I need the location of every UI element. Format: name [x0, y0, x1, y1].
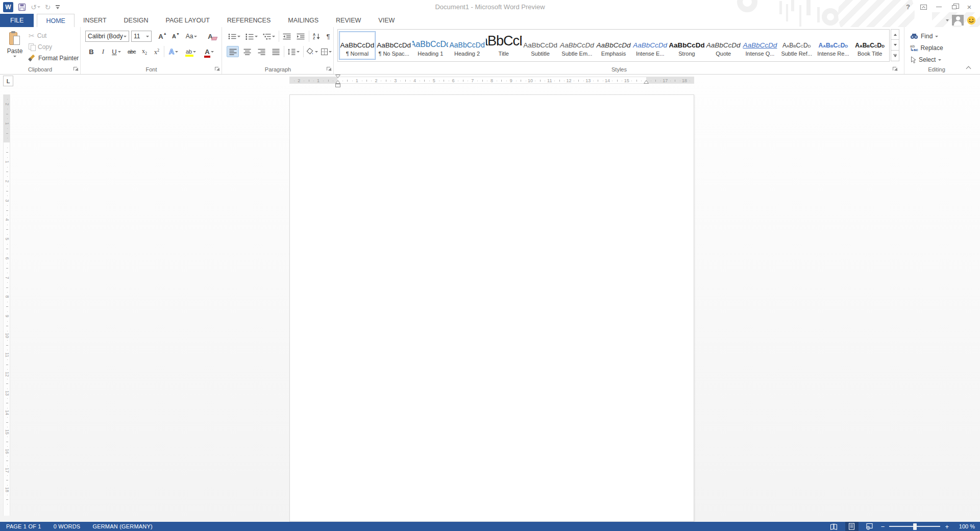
tab-page-layout[interactable]: PAGE LAYOUT [157, 14, 218, 27]
font-color-button[interactable]: A [202, 46, 217, 57]
font-name-combobox[interactable]: Calibri (Body [85, 31, 129, 42]
zoom-slider[interactable] [889, 526, 940, 527]
multilevel-list-button[interactable] [261, 31, 277, 42]
styles-more-button[interactable] [891, 51, 899, 61]
word-count[interactable]: 0 WORDS [54, 523, 81, 529]
account-caret-icon[interactable] [946, 19, 949, 21]
borders-button[interactable] [320, 46, 333, 57]
styles-scroll-up-button[interactable] [891, 29, 899, 40]
superscript-button[interactable]: x2 [151, 46, 162, 57]
zoom-level[interactable]: 100 % [953, 523, 975, 529]
show-hide-pilcrow-button[interactable]: ¶ [324, 31, 333, 42]
word-app-icon[interactable]: W [3, 2, 13, 12]
copy-button[interactable]: Copy [29, 42, 52, 52]
right-indent-marker[interactable] [644, 80, 649, 84]
find-button[interactable]: Find [910, 31, 938, 41]
style-card-title[interactable]: AaBbCcDdTitle [485, 31, 522, 60]
tab-mailings[interactable]: MAILINGS [279, 14, 327, 27]
style-card-heading-1[interactable]: AaBbCcDdHeading 1 [412, 31, 449, 60]
style-card-book-title[interactable]: AaBbCcDdBook Title [851, 31, 888, 60]
align-center-button[interactable] [241, 46, 253, 57]
tab-view[interactable]: VIEW [370, 14, 403, 27]
tab-references[interactable]: REFERENCES [218, 14, 279, 27]
tab-selector-button[interactable]: L [3, 76, 13, 86]
feedback-smiley-icon[interactable] [967, 16, 976, 25]
strikethrough-button[interactable]: abc [125, 46, 138, 57]
decrease-indent-button[interactable] [281, 31, 293, 42]
text-effects-button[interactable]: A [166, 46, 181, 57]
style-card-intense-q-[interactable]: AaBbCcDdIntense Q... [742, 31, 778, 60]
cut-button[interactable]: ✂ Cut [29, 31, 46, 41]
numbering-button[interactable] [244, 31, 259, 42]
page-indicator[interactable]: PAGE 1 OF 1 [6, 523, 41, 529]
web-layout-button[interactable] [863, 522, 876, 531]
zoom-slider-thumb[interactable] [913, 523, 917, 530]
zoom-in-button[interactable]: + [945, 523, 949, 530]
align-right-button[interactable] [255, 46, 267, 57]
hanging-indent-marker[interactable] [335, 80, 340, 88]
style-card-quote[interactable]: AaBbCcDdQuote [705, 31, 742, 60]
bullets-button[interactable] [227, 31, 242, 42]
highlight-button[interactable]: ab [183, 46, 199, 57]
language-indicator[interactable]: GERMAN (GERMANY) [92, 523, 152, 529]
user-avatar[interactable] [952, 15, 964, 26]
underline-button[interactable]: U [109, 46, 124, 57]
tab-design[interactable]: DESIGN [115, 14, 157, 27]
save-icon[interactable] [18, 3, 26, 11]
shrink-font-button[interactable]: A▼ [168, 31, 180, 42]
style-card-emphasis[interactable]: AaBbCcDdEmphasis [595, 31, 632, 60]
ruler-tick [342, 81, 343, 81]
style-card-heading-2[interactable]: AaBbCcDdHeading 2 [449, 31, 485, 60]
line-spacing-button[interactable] [286, 46, 301, 57]
clipboard-dialog-launcher[interactable] [74, 67, 79, 72]
close-button[interactable]: × [962, 1, 977, 13]
first-line-indent-marker[interactable] [335, 75, 340, 78]
sort-button[interactable]: AZ [311, 31, 322, 42]
style-card-intense-re-[interactable]: AaBbCcDdIntense Re... [815, 31, 852, 60]
zoom-out-button[interactable]: − [881, 523, 885, 530]
styles-scroll-down-button[interactable] [891, 40, 899, 51]
increase-indent-button[interactable] [295, 31, 307, 42]
styles-dialog-launcher[interactable] [893, 67, 898, 72]
tab-insert[interactable]: INSERT [75, 14, 115, 27]
tab-home[interactable]: HOME [37, 14, 75, 27]
style-card-subtle-em-[interactable]: AaBbCcDdSubtle Em... [558, 31, 595, 60]
align-left-button[interactable] [227, 46, 239, 57]
style-card--no-spac-[interactable]: AaBbCcDd¶ No Spac... [376, 31, 412, 60]
document-page[interactable] [289, 94, 694, 522]
style-card-subtitle[interactable]: AaBbCcDdSubtitle [522, 31, 559, 60]
grow-font-button[interactable]: A▲ [155, 31, 167, 42]
style-card--normal[interactable]: AaBbCcDd¶ Normal [339, 31, 376, 60]
tab-review[interactable]: REVIEW [327, 14, 370, 27]
help-button[interactable]: ? [900, 1, 916, 13]
font-dialog-launcher[interactable] [215, 67, 220, 72]
style-card-intense-e-[interactable]: AaBbCcDdIntense E... [632, 31, 669, 60]
format-painter-button[interactable]: Format Painter [29, 53, 79, 63]
tab-file[interactable]: FILE [0, 14, 34, 27]
paragraph-dialog-launcher[interactable] [327, 67, 332, 72]
bold-button[interactable]: B [86, 46, 96, 57]
shading-button[interactable] [305, 46, 318, 57]
ribbon-display-options-button[interactable] [916, 1, 931, 13]
collapse-ribbon-button[interactable] [966, 66, 972, 70]
style-card-subtle-ref-[interactable]: AaBbCcDdSubtle Ref... [778, 31, 815, 60]
style-card-strong[interactable]: AaBbCcDdStrong [669, 31, 705, 60]
replace-button[interactable]: ab↳ac Replace [910, 43, 943, 53]
font-size-combobox[interactable]: 11 [131, 31, 152, 42]
minimize-button[interactable] [931, 1, 946, 13]
restore-button[interactable] [946, 1, 962, 13]
subscript-button[interactable]: x2 [139, 46, 150, 57]
justify-button[interactable] [270, 46, 282, 57]
italic-button[interactable]: I [98, 46, 108, 57]
scroll-down-icon [894, 44, 897, 46]
customize-qat-icon[interactable] [55, 4, 60, 10]
print-layout-button[interactable] [845, 522, 859, 531]
read-mode-button[interactable] [827, 522, 841, 531]
clear-formatting-button[interactable]: A [204, 31, 217, 42]
change-case-button[interactable]: Aa [183, 31, 200, 42]
redo-icon[interactable]: ↻ [45, 2, 51, 12]
select-button[interactable]: Select [910, 55, 941, 65]
undo-button[interactable]: ↺ [31, 2, 40, 12]
paste-button[interactable]: Paste [3, 30, 27, 71]
ruler-tick [7, 292, 8, 293]
